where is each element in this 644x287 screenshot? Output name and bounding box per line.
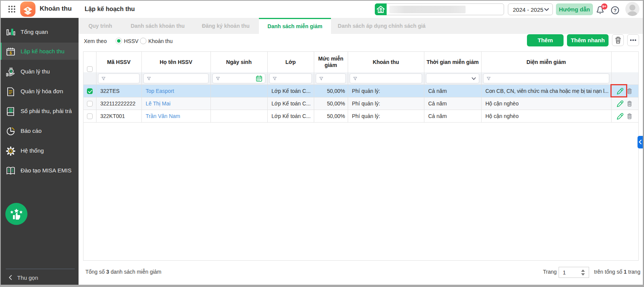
svg-text:$: $	[10, 108, 12, 112]
svg-text:$: $	[10, 69, 12, 73]
svg-text:?: ?	[613, 8, 617, 13]
svg-text:$: $	[10, 51, 12, 55]
